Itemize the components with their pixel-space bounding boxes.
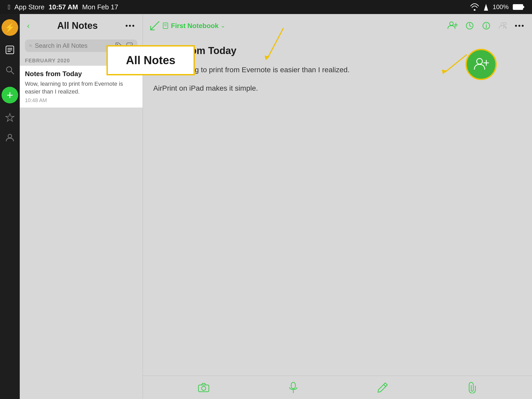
note-title: Notes from Today (153, 45, 522, 56)
notebook-name: First Notebook (171, 22, 218, 30)
notes-list-title: All Notes (57, 20, 98, 31)
sidebar-item-search[interactable] (4, 64, 16, 76)
note-body: Wow, learning to print from Evernote is … (153, 64, 522, 94)
callout-box: All Notes (107, 45, 195, 75)
notes-icon (5, 45, 15, 55)
date-label: FEBRUARY 2020 (25, 58, 70, 63)
status-bar:  App Store 10:57 AM Mon Feb 17 100% (0, 0, 532, 14)
person-icon (5, 133, 15, 142)
search-input[interactable] (35, 42, 112, 49)
star-icon (5, 113, 15, 122)
dark-sidebar: ⚡ + (0, 14, 20, 399)
svg-rect-2 (523, 6, 524, 8)
notebook-selector[interactable]: First Notebook ⌄ (162, 22, 225, 30)
microphone-icon[interactable] (289, 382, 298, 393)
notes-list-header: ‹ All Notes ••• (20, 14, 143, 37)
svg-rect-31 (291, 382, 295, 389)
camera-icon[interactable] (198, 383, 209, 392)
svg-line-15 (151, 22, 159, 30)
note-detail-header: First Notebook ⌄ (143, 14, 532, 37)
search-icon (5, 65, 15, 75)
detail-more-button[interactable]: ••• (515, 22, 525, 30)
add-person-icon[interactable] (447, 21, 458, 30)
signal-icon (483, 3, 489, 11)
note-item-preview: Wow, learning to print from Evernote is … (25, 80, 137, 95)
search-bar-icon (29, 43, 32, 49)
svg-point-19 (450, 22, 453, 25)
battery-label: 100% (493, 3, 509, 11)
svg-marker-9 (6, 114, 14, 121)
note-body-line-1: Wow, learning to print from Evernote is … (153, 64, 522, 75)
notes-more-button[interactable]: ••• (125, 22, 135, 30)
notebook-icon (162, 22, 169, 29)
sidebar-item-account[interactable] (4, 131, 16, 144)
add-icon: + (6, 89, 13, 101)
svg-point-28 (504, 22, 506, 25)
note-content: Notes from Today Wow, learning to print … (143, 37, 532, 376)
reminder-icon[interactable] (465, 21, 474, 30)
avatar-icon: ⚡ (5, 23, 15, 32)
avatar-button[interactable]: ⚡ (2, 19, 18, 36)
svg-line-12 (31, 46, 32, 47)
svg-point-25 (486, 24, 487, 24)
notebook-chevron: ⌄ (221, 22, 225, 29)
status-bar-right: 100% (470, 3, 524, 11)
note-detail-panel: First Notebook ⌄ (143, 14, 532, 399)
callout-label: All Notes (126, 54, 176, 67)
note-footer (143, 376, 532, 399)
svg-line-33 (384, 384, 386, 387)
status-time: 10:57 AM (49, 3, 78, 11)
status-bar-left:  App Store 10:57 AM Mon Feb 17 (8, 3, 118, 11)
note-body-line-2: AirPrint on iPad makes it simple. (153, 83, 522, 94)
svg-point-10 (8, 134, 12, 138)
note-detail-header-right: ••• (447, 21, 525, 30)
note-item-time: 10:48 AM (25, 97, 137, 103)
apple-icon:  (8, 3, 10, 11)
battery-icon (513, 4, 524, 10)
collaborator-icon (498, 21, 508, 30)
svg-point-13 (117, 44, 118, 45)
sidebar-item-notes[interactable] (4, 44, 16, 56)
svg-point-27 (501, 23, 504, 26)
status-date: Mon Feb 17 (82, 3, 118, 11)
add-note-button[interactable]: + (2, 87, 18, 103)
info-icon[interactable] (482, 21, 491, 30)
edit-back-icon[interactable] (150, 21, 159, 30)
svg-line-8 (11, 71, 14, 74)
sidebar-item-favorites[interactable] (4, 111, 16, 124)
svg-point-7 (6, 67, 12, 72)
pen-icon[interactable] (377, 382, 388, 393)
svg-point-30 (202, 386, 206, 390)
note-detail-header-left: First Notebook ⌄ (150, 21, 225, 30)
svg-marker-0 (484, 4, 488, 11)
app-store-label: App Store (15, 3, 45, 11)
wifi-icon (470, 3, 479, 11)
svg-point-11 (30, 45, 31, 46)
back-button[interactable]: ‹ (27, 21, 30, 30)
main-layout: ⚡ + (0, 14, 532, 399)
paperclip-icon[interactable] (468, 382, 477, 393)
svg-rect-1 (513, 4, 523, 10)
